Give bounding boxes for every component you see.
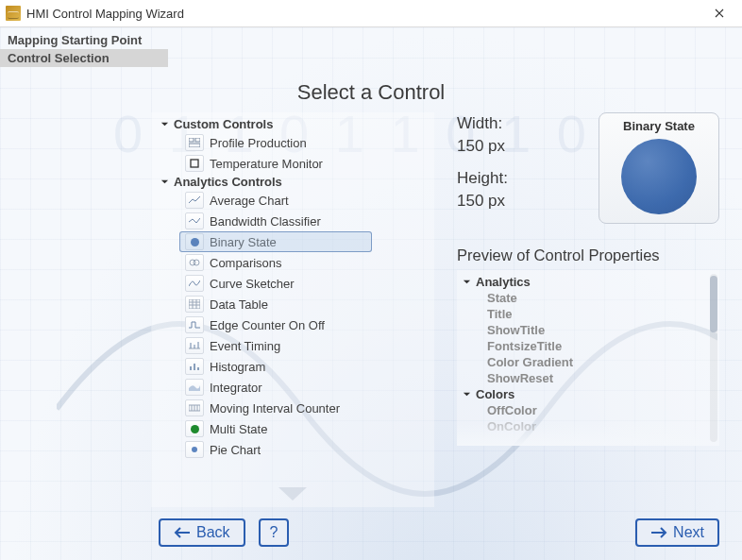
dot-icon (185, 441, 204, 458)
svg-rect-1 (195, 138, 200, 142)
properties-panel[interactable]: Analytics State Title ShowTitle Fontsize… (457, 270, 719, 446)
tree-item-label: Temperature Monitor (210, 156, 323, 172)
properties-scrollbar[interactable] (710, 274, 717, 442)
right-column: Width: 150 px Height: 150 px Binary Stat… (457, 112, 719, 507)
tree-item-multi-state[interactable]: Multi State (153, 418, 432, 439)
counter-icon (185, 399, 204, 416)
dot-icon (185, 233, 204, 250)
group-label: Custom Controls (174, 117, 273, 131)
dimensions-and-preview: Width: 150 px Height: 150 px Binary Stat… (457, 112, 719, 224)
collapse-icon[interactable] (159, 119, 170, 130)
tree-item-label: Edge Counter On Off (210, 317, 325, 333)
step-control-selection[interactable]: Control Selection (0, 49, 168, 67)
back-button[interactable]: Back (159, 518, 245, 547)
svg-rect-2 (189, 144, 200, 147)
svg-rect-0 (189, 138, 194, 142)
collapse-icon[interactable] (461, 277, 472, 288)
next-button[interactable]: Next (635, 518, 719, 547)
properties-heading: Preview of Control Properties (457, 246, 719, 264)
wizard-window: HMI Control Mapping Wizard 0 1 1 0 1 1 0… (0, 0, 742, 560)
titlebar: HMI Control Mapping Wizard (0, 0, 742, 27)
svg-rect-15 (190, 366, 192, 370)
tree-item-label: Bandwidth Classifier (210, 213, 321, 229)
tree-item-label: Event Timing (210, 338, 280, 354)
tree-item-average-chart[interactable]: Average Chart (153, 190, 432, 211)
prop-fontsizetitle[interactable]: FontsizeTitle (461, 338, 714, 354)
tree-item-bandwidth-classifier[interactable]: Bandwidth Classifier (153, 211, 432, 231)
help-label: ? (270, 524, 278, 541)
window-title: HMI Control Mapping Wizard (26, 7, 702, 21)
tree-item-curve-sketcher[interactable]: Curve Sketcher (153, 273, 432, 294)
compare-icon (185, 254, 204, 271)
prop-showtitle[interactable]: ShowTitle (461, 322, 714, 338)
dimensions: Width: 150 px Height: 150 px (457, 112, 508, 212)
step-mapping-starting-point[interactable]: Mapping Starting Point (0, 31, 168, 49)
prop-colorgradient[interactable]: Color Gradient (461, 354, 714, 370)
app-icon (6, 6, 21, 21)
svg-point-5 (194, 260, 199, 265)
layout-icon (185, 134, 204, 151)
tree-item-label: Average Chart (210, 193, 289, 209)
line-chart-icon (185, 192, 204, 209)
tree-item-data-table[interactable]: Data Table (153, 294, 432, 314)
wizard-steps: Mapping Starting Point Control Selection (0, 27, 742, 67)
props-category-analytics[interactable]: Analytics (461, 274, 714, 290)
area-icon (185, 379, 204, 396)
prop-state[interactable]: State (461, 290, 714, 306)
group-label: Analytics Controls (174, 175, 282, 189)
tree-item-binary-state[interactable]: Binary State (153, 231, 432, 252)
scroll-hint-down-icon (278, 487, 307, 505)
svg-rect-6 (189, 299, 200, 309)
tree-item-comparisons[interactable]: Comparisons (153, 252, 432, 273)
curve-icon (185, 275, 204, 292)
tree-item-temperature-monitor[interactable]: Temperature Monitor (153, 153, 432, 174)
control-tree[interactable]: Custom Controls Profile Production Tempe… (151, 112, 434, 507)
page-title: Select a Control (0, 80, 742, 105)
wizard-footer: Back ? Next (0, 507, 742, 560)
prop-title[interactable]: Title (461, 306, 714, 322)
collapse-icon[interactable] (461, 389, 472, 400)
prop-oncolor[interactable]: OnColor (461, 418, 714, 434)
preview-circle-icon (621, 139, 697, 214)
tree-item-edge-counter[interactable]: Edge Counter On Off (153, 314, 432, 335)
tree-item-histogram[interactable]: Histogram (153, 356, 432, 377)
props-category-colors[interactable]: Colors (461, 386, 714, 402)
tree-item-profile-production[interactable]: Profile Production (153, 132, 432, 153)
collapse-icon[interactable] (159, 177, 170, 188)
width-label: Width: (457, 114, 502, 132)
arrow-right-icon (650, 527, 667, 538)
tree-item-event-timing[interactable]: Event Timing (153, 335, 432, 356)
tree-item-label: Multi State (210, 421, 267, 437)
tree-item-label: Curve Sketcher (210, 276, 295, 292)
tree-group-analytics-controls[interactable]: Analytics Controls (153, 174, 432, 190)
height-label: Height: (457, 169, 508, 187)
preview-title: Binary State (623, 119, 695, 133)
timing-icon (185, 337, 204, 354)
tree-item-label: Binary State (210, 234, 277, 250)
width-value: 150 px (457, 137, 505, 155)
props-category-label: Colors (476, 387, 514, 401)
tree-item-label: Data Table (210, 297, 268, 313)
wizard-body: 0 1 1 0 1 1 0 1 0 1 Mapping Starting Poi… (0, 27, 742, 560)
tree-item-label: Pie Chart (210, 442, 261, 458)
tree-group-custom-controls[interactable]: Custom Controls (153, 116, 432, 132)
props-category-label: Analytics (476, 275, 531, 289)
prop-showreset[interactable]: ShowReset (461, 370, 714, 386)
height-value: 150 px (457, 192, 505, 210)
close-button[interactable] (702, 4, 736, 23)
line-chart-icon (185, 212, 204, 229)
close-icon (715, 8, 724, 18)
svg-rect-17 (197, 367, 199, 370)
bars-icon (185, 358, 204, 375)
tree-item-moving-interval-counter[interactable]: Moving Interval Counter (153, 398, 432, 418)
dot-icon (185, 420, 204, 437)
help-button[interactable]: ? (259, 518, 290, 547)
tree-item-integrator[interactable]: Integrator (153, 377, 432, 398)
arrow-left-icon (174, 527, 191, 538)
tree-item-label: Moving Interval Counter (210, 400, 340, 416)
prop-offcolor[interactable]: OffColor (461, 402, 714, 418)
tree-item-pie-chart[interactable]: Pie Chart (153, 439, 432, 460)
tree-item-label: Profile Production (210, 135, 307, 151)
tree-item-label: Histogram (210, 359, 265, 375)
next-label: Next (673, 524, 704, 541)
